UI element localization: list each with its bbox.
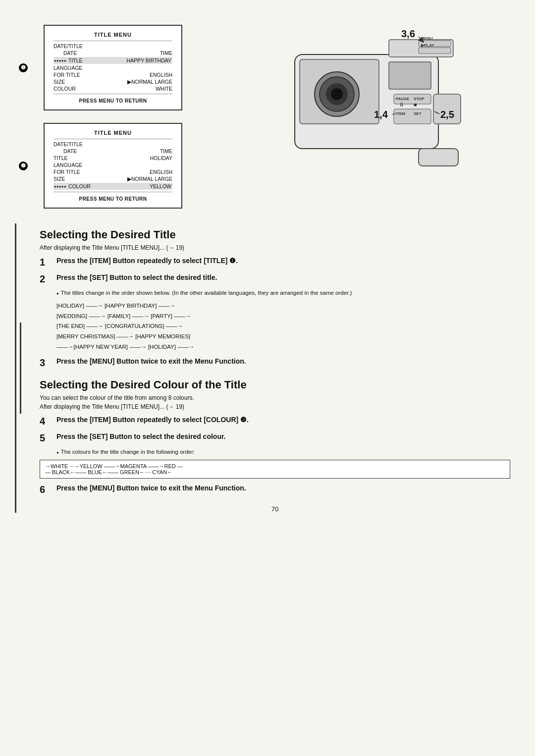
left-line-1 <box>15 223 16 513</box>
step-2-notes: The titles change in the order shown bel… <box>40 290 510 296</box>
step-3-text: Press the [MENU] Button twice to exit th… <box>56 357 510 367</box>
label-14: 1,4 <box>374 109 388 120</box>
title-sequence: [HOLIDAY] ——→ [HAPPY BIRTHDAY] ——→ [WEDD… <box>56 301 510 352</box>
menu-screenshots: ❶ TITLE MENU DATE/TITLE DATE TIME <box>30 25 188 209</box>
menu2-val-size: ▶NORMAL LARGE <box>127 176 172 182</box>
menu1-label-fortitle: FOR TITLE <box>54 72 80 78</box>
step-5-note-text: The colours for the title change in the … <box>61 449 195 455</box>
title-intro-text: After displaying the Title Menu [TITLE M… <box>40 244 164 251</box>
step-3-number: 3 <box>40 357 52 369</box>
step-5-text: Press the [SET] Button to select the des… <box>56 432 510 442</box>
main-content: Selecting the Desired Title After displa… <box>40 223 535 513</box>
menu2-label-title: TITLE <box>54 155 68 161</box>
colour-intro2: After displaying the Title Menu [TITLE M… <box>40 403 510 410</box>
menu2-indicator: ❷ <box>19 162 28 170</box>
menu1-indicator: ❶ <box>19 63 28 72</box>
menu2-label-datetitle: DATE/TITLE <box>54 141 83 147</box>
title-seq-5: ——→[HAPPY NEW YEAR] ——→ [HOLIDAY] ——→ <box>56 342 510 352</box>
menu2-label-language: LANGUAGE <box>54 162 82 168</box>
title-intro-ref: (→ 19) <box>166 244 184 251</box>
title-seq-2: [WEDDING] ——→ [FAMILY] ——→ [PARTY] ——→ <box>56 311 510 322</box>
step-5: 5 Press the [SET] Button to select the d… <box>40 432 510 444</box>
menu1-label-date: DATE <box>63 50 77 56</box>
svg-rect-13 <box>419 149 458 166</box>
colour-intro: You can select the colour of the title f… <box>40 394 510 401</box>
menu1-label-language: LANGUAGE <box>54 65 82 71</box>
colour-section: Selecting the Desired Colour of the Titl… <box>40 378 510 495</box>
colour-sequence-box: →WHITE ···→YELLOW ——→MAGENTA ——→RED — — … <box>40 460 510 479</box>
label-36: 3,6 <box>401 28 415 39</box>
step-5-note-1: The colours for the title change in the … <box>56 449 510 455</box>
menu2-row-fortitle: FOR TITLE ENGLISH <box>54 169 172 175</box>
menu2-row-colour: ▸▸▸▸▸ COLOUR YELLOW <box>54 183 172 190</box>
title-intro: After displaying the Title Menu [TITLE M… <box>40 244 510 251</box>
step-6-number: 6 <box>40 484 52 495</box>
colour-intro-ref: (→ 19) <box>166 403 184 410</box>
svg-rect-9 <box>419 48 451 54</box>
colour-row-2: — BLACK←—— BLUE←—— GREEN←···· CYAN← <box>45 469 505 475</box>
colour-row-1: →WHITE ···→YELLOW ——→MAGENTA ——→RED — <box>45 463 505 469</box>
step-1-text: Press the [ITEM] Button repeatedly to se… <box>56 256 510 266</box>
menu1-val-fortitle: ENGLISH <box>150 72 172 78</box>
menu1-label-datetitle: DATE/TITLE <box>54 43 83 49</box>
title-section-heading: Selecting the Desired Title <box>40 228 510 241</box>
step-5-number: 5 <box>40 432 52 444</box>
menu2-content: DATE/TITLE DATE TIME TITLE HOLIDAY LANGU… <box>54 141 172 190</box>
left-line-2 <box>20 323 21 414</box>
menu2-label-colour: COLOUR <box>68 183 91 189</box>
svg-text:⏸: ⏸ <box>399 102 404 108</box>
stop-text: STOP <box>414 97 425 101</box>
menu2-press: PRESS MENU TO RETURN <box>54 196 172 202</box>
title-seq-3: [THE END] ——→ [CONGRATULATIONS] ——→ <box>56 321 510 331</box>
item-text: ITEM <box>396 111 405 116</box>
menu2-val-date: TIME <box>160 148 172 154</box>
menu1-row-fortitle: FOR TITLE ENGLISH <box>54 72 172 78</box>
menu1-title-label-wrap: ▸▸▸▸▸ TITLE <box>54 57 83 63</box>
title-seq-4: [MERRY CHRISTMAS] ——→ [HAPPY MEMORIES] <box>56 331 510 342</box>
menu2-row-size: SIZE ▶NORMAL LARGE <box>54 176 172 182</box>
menu1-val-title: HAPPY BIRTHDAY <box>127 57 171 63</box>
step-2-note-text: The titles change in the order shown bel… <box>61 290 352 296</box>
menu1-val-date: TIME <box>160 50 172 56</box>
colour-row-1-text: →WHITE ···→YELLOW ——→MAGENTA ——→RED — <box>45 463 183 469</box>
menu2-val-title: HOLIDAY <box>150 155 172 161</box>
menu2-title: TITLE MENU <box>54 130 172 136</box>
menu1-label-title: TITLE <box>68 57 83 63</box>
step-3: 3 Press the [MENU] Button twice to exit … <box>40 357 510 369</box>
menu1-val-colour: WHITE <box>156 86 172 92</box>
menu1-row-datetitle: DATE/TITLE <box>54 43 172 49</box>
colour-section-heading: Selecting the Desired Colour of the Titl… <box>40 378 510 391</box>
menu-text: MENU <box>421 36 433 41</box>
menu1-press: PRESS MENU TO RETURN <box>54 98 172 104</box>
menu2-row-title: TITLE HOLIDAY <box>54 155 172 161</box>
title-seq-1: [HOLIDAY] ——→ [HAPPY BIRTHDAY] ——→ <box>56 301 510 311</box>
play-text: ▶PLAY <box>421 43 434 48</box>
menu1-row-datetime: DATE TIME <box>54 50 172 56</box>
menu1-row-size: SIZE ▶NORMAL LARGE <box>54 79 172 85</box>
svg-text:■: ■ <box>414 102 417 108</box>
menu2-colour-wrap: ▸▸▸▸▸ COLOUR <box>54 183 91 189</box>
svg-rect-6 <box>389 62 431 89</box>
menu2-box: TITLE MENU DATE/TITLE DATE TIME TITLE HO… <box>44 123 182 209</box>
step-4-number: 4 <box>40 415 52 427</box>
step-5-notes: The colours for the title change in the … <box>40 449 510 455</box>
svg-point-5 <box>331 88 343 100</box>
step-1: 1 Press the [ITEM] Button repeatedly to … <box>40 256 510 268</box>
colour-intro2-text: After displaying the Title Menu [TITLE M… <box>40 403 164 410</box>
left-margin <box>0 223 40 513</box>
menu1-row-colour: COLOUR WHITE <box>54 86 172 92</box>
menu1-box: TITLE MENU DATE/TITLE DATE TIME <box>44 25 182 110</box>
label-25: 2,5 <box>440 109 454 120</box>
step-2-number: 2 <box>40 273 52 285</box>
menu2-label-date: DATE <box>63 148 77 154</box>
camera-section: 3,6 1,4 2,5 MENU ▶PLAY PAUSE STOP <box>203 25 515 163</box>
step-4: 4 Press the [ITEM] Button repeatedly to … <box>40 415 510 427</box>
step-2-note-1: The titles change in the order shown bel… <box>56 290 510 296</box>
colour-row-2-text: — BLACK←—— BLUE←—— GREEN←···· CYAN← <box>45 469 172 475</box>
camera-svg: 3,6 1,4 2,5 MENU ▶PLAY PAUSE STOP <box>255 25 463 168</box>
menu2-val-fortitle: ENGLISH <box>150 169 172 175</box>
menu2-wrapper: ❷ TITLE MENU DATE/TITLE DATE TIME TITL <box>30 123 188 209</box>
menu1-label-size: SIZE <box>54 79 65 85</box>
menu1-val-size: ▶NORMAL LARGE <box>127 79 172 85</box>
menu1-dots: ▸▸▸▸▸ <box>54 58 67 63</box>
